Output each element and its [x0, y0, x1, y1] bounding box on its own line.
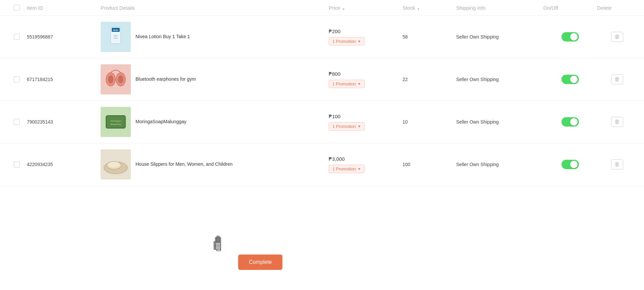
- svg-rect-28: [215, 239, 217, 240]
- complete-button[interactable]: Complete: [238, 255, 282, 270]
- svg-rect-23: [214, 244, 217, 245]
- product-cell: malunggay Moringa Soap MoringaSoapMalung…: [101, 107, 329, 137]
- delete-cell[interactable]: 🗑: [597, 32, 637, 42]
- shipping-info: Seller Own Shipping: [456, 77, 543, 82]
- price-cell: ₱100 1 Promotion ▼: [329, 114, 402, 131]
- table-row: 6717184215 Bluetooth earphones for gym ₱…: [0, 58, 644, 101]
- toggle-slider: [561, 160, 579, 169]
- cursor-overlay: [208, 229, 235, 257]
- toggle-cell[interactable]: [543, 117, 597, 127]
- svg-text:malunggay: malunggay: [110, 120, 121, 122]
- col-header-on-off: On/Off: [543, 5, 597, 11]
- product-name: House Slippers for Men, Women, and Child…: [136, 161, 232, 168]
- svg-rect-37: [218, 237, 219, 239]
- svg-rect-25: [214, 247, 217, 248]
- on-off-toggle[interactable]: [561, 117, 579, 127]
- svg-rect-24: [214, 245, 217, 247]
- item-id: 5519596887: [27, 34, 101, 40]
- svg-rect-50: [217, 249, 221, 251]
- product-image: [101, 149, 131, 179]
- delete-button[interactable]: 🗑: [611, 32, 623, 42]
- shipping-info: Seller Own Shipping: [456, 162, 543, 167]
- svg-rect-47: [215, 245, 221, 247]
- header-select-all-cell[interactable]: [7, 5, 27, 11]
- promotion-badge[interactable]: 1 Promotion ▼: [329, 122, 365, 131]
- on-off-toggle[interactable]: [561, 32, 579, 42]
- svg-point-20: [108, 162, 120, 168]
- toggle-cell[interactable]: [543, 75, 597, 84]
- price-cell: ₱800 1 Promotion ▼: [329, 71, 402, 88]
- svg-text:NIVEA: NIVEA: [113, 29, 118, 31]
- svg-rect-40: [218, 241, 219, 243]
- row-checkbox-cell[interactable]: [7, 76, 27, 82]
- item-id: 6717184215: [27, 77, 101, 82]
- product-image: [101, 64, 131, 94]
- row-checkbox[interactable]: [14, 34, 20, 40]
- promotion-label: 1 Promotion: [332, 124, 356, 129]
- price-amount: ₱100: [329, 114, 402, 120]
- col-header-product-details: Product Details: [101, 5, 329, 11]
- toggle-cell[interactable]: [543, 32, 597, 42]
- delete-cell[interactable]: 🗑: [597, 74, 637, 84]
- row-checkbox[interactable]: [14, 76, 20, 82]
- price-amount: ₱200: [329, 28, 402, 34]
- row-checkbox[interactable]: [14, 119, 20, 125]
- row-checkbox-cell[interactable]: [7, 161, 27, 167]
- svg-text:Lotion: Lotion: [114, 37, 118, 39]
- promotion-arrow-icon: ▼: [358, 82, 361, 86]
- svg-rect-41: [219, 237, 221, 239]
- svg-rect-42: [219, 239, 221, 240]
- on-off-toggle[interactable]: [561, 160, 579, 169]
- table-row: 7900235143 malunggay Moringa Soap Moring…: [0, 101, 644, 143]
- promotion-badge[interactable]: 1 Promotion ▼: [329, 37, 365, 46]
- table-header: Item ID Product Details Price ▲ ▼ Stock …: [0, 0, 644, 16]
- svg-rect-44: [219, 241, 221, 243]
- row-checkbox[interactable]: [14, 161, 20, 167]
- table-row: 4220934235 House Slippers for Men, Women…: [0, 143, 644, 186]
- row-checkbox-cell[interactable]: [7, 34, 27, 40]
- row-checkbox-cell[interactable]: [7, 119, 27, 125]
- toggle-cell[interactable]: [543, 160, 597, 169]
- delete-button[interactable]: 🗑: [611, 159, 623, 169]
- svg-rect-38: [218, 239, 219, 240]
- promotion-badge[interactable]: 1 Promotion ▼: [329, 80, 365, 88]
- table-row: 5519596887 NIVEA Body Lotion Nivea Lotio…: [0, 16, 644, 58]
- delete-button[interactable]: 🗑: [611, 74, 623, 84]
- delete-cell[interactable]: 🗑: [597, 159, 637, 169]
- on-off-toggle[interactable]: [561, 75, 579, 84]
- svg-rect-45: [215, 243, 221, 244]
- svg-rect-39: [218, 240, 219, 241]
- price-amount: ₱800: [329, 71, 402, 77]
- svg-point-10: [108, 75, 113, 83]
- price-cell: ₱3,000 1 Promotion ▼: [329, 156, 402, 173]
- delete-cell[interactable]: 🗑: [597, 117, 637, 127]
- col-header-price: Price ▲ ▼: [329, 5, 402, 11]
- col-header-item-id: Item ID: [27, 5, 101, 11]
- stock-value: 100: [402, 162, 456, 167]
- shipping-info: Seller Own Shipping: [456, 119, 543, 125]
- product-name: Nivea Lotion Buy 1 Take 1: [136, 33, 190, 40]
- promotion-arrow-icon: ▼: [358, 167, 361, 171]
- svg-rect-29: [215, 240, 217, 241]
- svg-rect-46: [215, 244, 221, 245]
- svg-rect-14: [107, 116, 125, 128]
- product-table-container: Item ID Product Details Price ▲ ▼ Stock …: [0, 0, 644, 290]
- promotion-arrow-icon: ▼: [358, 125, 361, 128]
- svg-rect-26: [214, 248, 217, 249]
- svg-rect-43: [219, 240, 221, 241]
- select-all-checkbox[interactable]: [14, 5, 20, 11]
- svg-text:Moringa Soap: Moringa Soap: [110, 123, 121, 125]
- svg-rect-35: [217, 241, 218, 243]
- col-header-shipping: Shipping Info: [456, 5, 543, 11]
- svg-rect-27: [215, 237, 217, 239]
- item-id: 4220934235: [27, 162, 101, 167]
- col-header-delete: Delete: [597, 5, 637, 11]
- delete-button[interactable]: 🗑: [611, 117, 623, 127]
- svg-rect-21: [214, 241, 217, 243]
- price-cell: ₱200 1 Promotion ▼: [329, 28, 402, 46]
- svg-rect-31: [217, 236, 218, 237]
- promotion-badge[interactable]: 1 Promotion ▼: [329, 165, 365, 173]
- svg-text:Body: Body: [114, 35, 117, 37]
- svg-rect-48: [215, 247, 221, 248]
- product-cell: NIVEA Body Lotion Nivea Lotion Buy 1 Tak…: [101, 22, 329, 52]
